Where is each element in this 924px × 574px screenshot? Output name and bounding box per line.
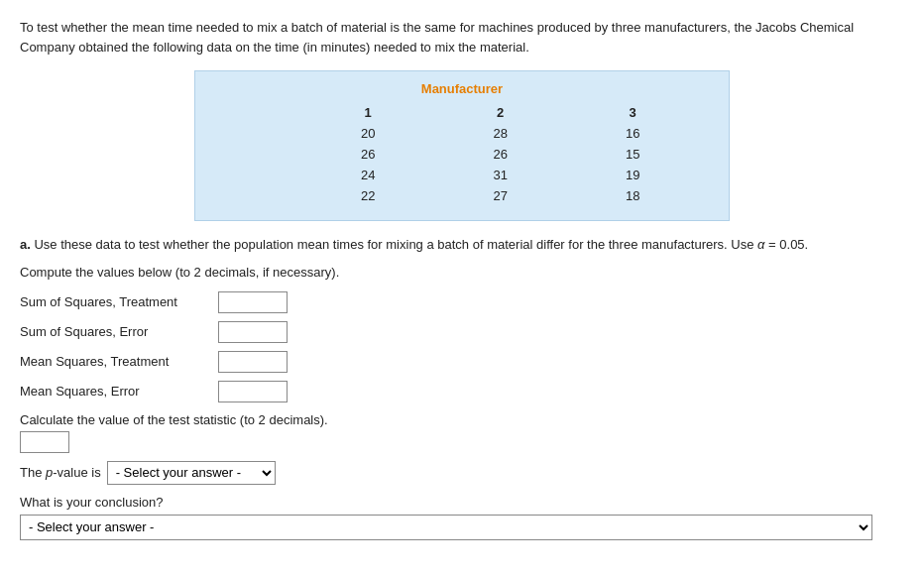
table-row: 202816: [225, 123, 699, 144]
col-header-4: 3: [566, 102, 699, 123]
test-stat-section: Calculate the value of the test statisti…: [20, 412, 904, 453]
table-cell: 15: [566, 144, 699, 165]
table-cell: 22: [301, 185, 434, 206]
sst-label: Sum of Squares, Treatment: [20, 294, 218, 309]
part-a-description: Use these data to test whether the popul…: [34, 237, 808, 252]
part-a-label: a.: [20, 237, 31, 252]
sst-input[interactable]: [218, 291, 288, 313]
part-a-text: a. Use these data to test whether the po…: [20, 235, 904, 255]
compute-instruction: Compute the values below (to 2 decimals,…: [20, 265, 904, 280]
mst-label: Mean Squares, Treatment: [20, 354, 218, 369]
intro-text1: To test whether the mean time needed to …: [20, 20, 854, 35]
table-cell: 20: [301, 123, 434, 144]
sse-row: Sum of Squares, Error: [20, 321, 904, 343]
col-header-1: [225, 102, 301, 123]
sst-row: Sum of Squares, Treatment: [20, 291, 904, 313]
mst-input[interactable]: [218, 351, 288, 373]
table-cell: 19: [566, 165, 699, 185]
table-cell: 18: [566, 185, 699, 206]
mst-row: Mean Squares, Treatment: [20, 351, 904, 373]
sse-label: Sum of Squares, Error: [20, 324, 218, 339]
intro-paragraph: To test whether the mean time needed to …: [20, 18, 904, 57]
table-row: 262615: [225, 144, 699, 165]
mse-label: Mean Squares, Error: [20, 384, 218, 399]
table-cell: 26: [301, 144, 434, 165]
data-table: 1 2 3 202816262615243119222718: [225, 102, 699, 206]
conclusion-select[interactable]: - Select your answer - Reject H0, there …: [20, 515, 872, 540]
test-stat-input[interactable]: [20, 431, 69, 453]
col-header-2: 1: [301, 102, 434, 123]
conclusion-label: What is your conclusion?: [20, 495, 904, 510]
table-row: 243119: [225, 165, 699, 185]
table-cell: 28: [434, 123, 567, 144]
mse-row: Mean Squares, Error: [20, 381, 904, 402]
table-cell: 27: [434, 185, 567, 206]
mse-input[interactable]: [218, 381, 288, 402]
col-header-3: 2: [434, 102, 567, 123]
table-cell: 26: [434, 144, 567, 165]
manufacturer-header: Manufacturer: [225, 81, 699, 96]
table-cell: 16: [566, 123, 699, 144]
pvalue-text-the: The p-value is: [20, 465, 101, 480]
table-cell: 31: [434, 165, 567, 185]
test-stat-label: Calculate the value of the test statisti…: [20, 412, 328, 427]
data-table-container: Manufacturer 1 2 3 202816262615243119222…: [194, 70, 730, 221]
table-cell: 24: [301, 165, 434, 185]
table-row: 222718: [225, 185, 699, 206]
intro-text2: Company obtained the following data on t…: [20, 40, 529, 55]
sse-input[interactable]: [218, 321, 288, 343]
pvalue-select[interactable]: - Select your answer - less than .01 bet…: [107, 461, 276, 485]
pvalue-row: The p-value is - Select your answer - le…: [20, 461, 904, 485]
